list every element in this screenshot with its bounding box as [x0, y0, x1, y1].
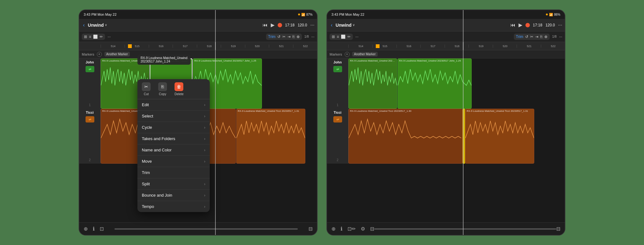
track-content-ticci-right[interactable]: RX-9 Loudness Matched_Unwind Ticci 20230… [348, 109, 565, 164]
playhead-ruler-right [463, 42, 464, 50]
trim-label-right[interactable]: Trim [516, 35, 524, 39]
cut-icon-right[interactable]: ✂ [530, 35, 533, 39]
toolbar-more-right[interactable]: ··· [559, 35, 562, 39]
play-button-right[interactable]: ▶ [519, 22, 522, 28]
transport-controls-right: ⏮ ▶ 17:18 120.0 ··· [510, 22, 562, 28]
ctx-takes-folders[interactable]: Takes and Folders › [137, 133, 210, 144]
ipad-right: 3:43 PM Mon May 22 📶 86% ‹ Unwind ∨ ⏮ ▶ … [326, 9, 565, 236]
track-row-john-right: John ⇄ 1 RX-9 Loudness Matched_Unwind 20… [327, 58, 565, 109]
ctx-move-chevron: › [204, 159, 205, 164]
clip-john-r-2[interactable]: RX-9 Loudness Matched_Unwind 20230517 Jo… [397, 58, 472, 109]
status-dot-right [546, 14, 548, 15]
copy-icon-right[interactable]: ⎘ [540, 35, 542, 39]
status-right-right: 📶 86% [546, 13, 560, 16]
ctx-trim-label: Trim [142, 170, 150, 175]
layout-icon-right[interactable]: ⊡ [347, 226, 352, 232]
ruler-r-514: 514 [348, 45, 372, 48]
piano-icon-right[interactable]: ⊟ [556, 226, 560, 232]
ctx-name-color-label: Name and Color [142, 148, 172, 152]
clip-john-r-1-label: RX-9 Loudness Matched_Unwind 20230517 Jo… [349, 59, 397, 63]
scrollbar-h-right[interactable] [374, 228, 556, 230]
ctx-bounce-label: Bounce and Join [142, 193, 172, 198]
track-content-john-right[interactable]: RX-9 Loudness Matched_Unwind 20230517 Jo… [348, 58, 565, 109]
ctx-edit[interactable]: Edit › [137, 99, 210, 111]
track-icon-john-right[interactable]: ⇄ [333, 66, 342, 72]
ruler-r-522: 522 [541, 45, 565, 48]
ctx-name-color-chevron: › [204, 148, 205, 152]
undo-icon-right[interactable]: ↺ [525, 35, 528, 39]
toolbar-right: ⊞ ≡ ⬜ ✏ ··· Trim ↺ ✂ ⇥ ⎘ ⊕ 1/8 ··· [327, 31, 565, 42]
title-chevron-right: ∨ [353, 23, 355, 27]
ctx-tempo-label: Tempo [142, 204, 154, 209]
ctx-move[interactable]: Move › [137, 156, 210, 167]
clip-john-r-1[interactable]: RX-9 Loudness Matched_Unwind 20230517 Jo… [348, 58, 397, 109]
edit-tools-right: Trim ↺ ✂ ⇥ ⎘ ⊕ [514, 34, 550, 40]
clip-ticci-r-2[interactable]: RX-9 Loudness Matched_Unwind Ticci 20230… [465, 109, 534, 164]
timeline-ruler-right: 514 515 516 517 518 519 520 521 522 [327, 42, 565, 50]
bars-icon-right[interactable]: ⊟ [370, 226, 374, 232]
tracks-container-right: John ⇄ 1 RX-9 Loudness Matched_Unwind 20… [327, 58, 565, 222]
yellow-marker-right [376, 44, 380, 48]
add-marker-right[interactable]: + [345, 52, 350, 57]
ctx-name-color[interactable]: Name and Color › [137, 144, 210, 156]
ctx-cycle[interactable]: Cycle › [137, 122, 210, 133]
track-icon-ticci-right[interactable]: ⇄ [333, 116, 342, 122]
view-mode-group-right: ⊞ ≡ ⬜ ✏ [330, 34, 353, 40]
markers-label-right: Markers [330, 52, 342, 56]
ruler-r-520: 520 [493, 45, 517, 48]
record-button-right[interactable] [525, 23, 530, 27]
add-track-icon-right[interactable]: ⊕ [331, 226, 336, 232]
tempo-display-right: 120.0 [546, 23, 555, 27]
dots-btn-right[interactable]: ··· [355, 35, 358, 39]
track-name-ticci-right: Ticci [334, 111, 341, 114]
ctx-split[interactable]: Split › [137, 178, 210, 190]
copy-action[interactable]: ⎘ Copy [158, 82, 167, 96]
ctx-move-label: Move [142, 159, 152, 164]
ctx-bounce-chevron: › [204, 193, 205, 198]
bottom-toolbar-right: ⊕ ℹ ⊡ ✏ ⚙ ⊟ ⊟ [327, 222, 565, 235]
join-icon-right[interactable]: ⇥ [535, 35, 538, 39]
pencil-icon-right[interactable]: ✏ [347, 35, 351, 39]
paste-icon-right[interactable]: ⊕ [544, 35, 547, 39]
rewind-button-right[interactable]: ⏮ [510, 22, 515, 28]
delete-icon: 🗑 [175, 82, 183, 91]
clip-ticci-r-2-label: RX-9 Loudness Matched_Unwind Ticci 20230… [465, 109, 534, 113]
delete-action[interactable]: 🗑 Delete [175, 82, 184, 96]
ruler-r-519: 519 [469, 45, 492, 48]
settings-icon-right[interactable]: ⚙ [361, 226, 365, 232]
another-marker-tag-right[interactable]: Another Marker [352, 52, 378, 57]
context-menu-quick-actions: ✂ Cut ⎘ Copy 🗑 Delete [137, 79, 210, 99]
ctx-tempo[interactable]: Tempo › [137, 201, 210, 212]
ctx-trim[interactable]: Trim [137, 167, 210, 178]
ctx-bounce-join[interactable]: Bounce and Join › [137, 190, 210, 201]
ctx-takes-label: Takes and Folders [142, 136, 175, 141]
battery-right: 86% [554, 13, 560, 16]
more-nav-right[interactable]: ··· [558, 22, 562, 28]
info-icon-right[interactable]: ℹ [341, 226, 342, 232]
list-icon-right[interactable]: ≡ [337, 35, 339, 39]
grid-icon-right[interactable]: ⊞ [332, 35, 335, 39]
back-button-right[interactable]: ‹ [330, 22, 334, 29]
markers-row-right: Markers + Another Marker [327, 50, 565, 58]
wave-icon-right[interactable]: ⬜ [341, 35, 346, 39]
bottom-left-right: ⊕ ℹ ⊡ [331, 226, 352, 232]
context-menu[interactable]: ✂ Cut ⎘ Copy 🗑 Delete Edit › [137, 79, 210, 212]
wifi-icon-right: 📶 [549, 13, 553, 16]
track-row-ticci-right: Ticci ⇄ 2 RX-9 Loudness Matched_Unwind T… [327, 109, 565, 164]
context-menu-overlay: RX-9 Loudness Matched_Unwind20230517 Joh… [79, 10, 317, 235]
status-time-right: 3:43 PM Mon May 22 [331, 13, 364, 16]
track-number-1-right: 1 [337, 103, 339, 107]
ctx-cycle-label: Cycle [142, 125, 152, 130]
track-number-2-right: 2 [337, 158, 339, 162]
cut-icon: ✂ [142, 82, 151, 91]
track-header-john-right: John ⇄ 1 [327, 58, 348, 109]
ctx-select[interactable]: Select › [137, 111, 210, 122]
cut-action[interactable]: ✂ Cut [142, 82, 151, 96]
nav-bar-right: ‹ Unwind ∨ ⏮ ▶ 17:18 120.0 ··· [327, 19, 565, 31]
ctx-cycle-chevron: › [204, 125, 205, 130]
time-display-right: 17:18 [533, 23, 542, 27]
edit-icon-right[interactable]: ✏ [352, 226, 356, 232]
status-bar-right: 3:43 PM Mon May 22 📶 86% [327, 10, 565, 19]
clip-ticci-r-1[interactable]: RX-9 Loudness Matched_Unwind Ticci 20230… [348, 109, 463, 164]
ctx-select-label: Select [142, 114, 153, 118]
